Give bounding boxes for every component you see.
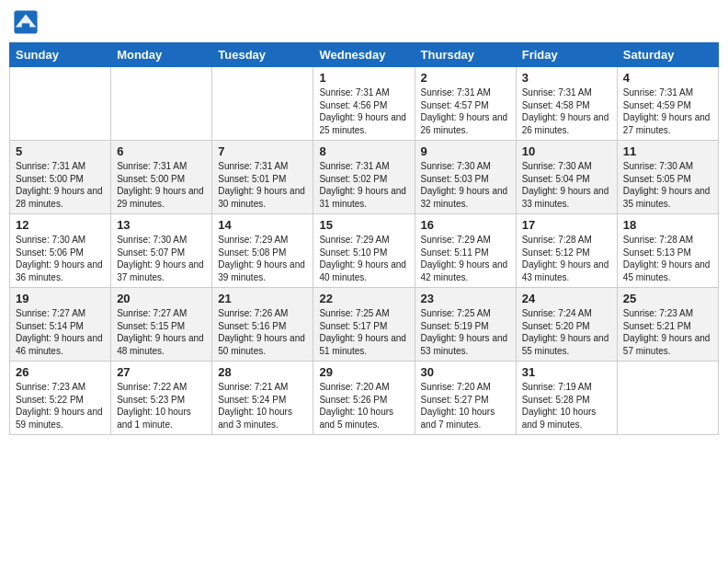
day-number: 22 [319,292,408,305]
day-info: Sunrise: 7:31 AM Sunset: 5:00 PM Dayligh… [117,160,206,210]
day-number: 12 [16,218,105,232]
calendar-cell: 28Sunrise: 7:21 AM Sunset: 5:24 PM Dayli… [212,362,313,435]
day-info: Sunrise: 7:26 AM Sunset: 5:16 PM Dayligh… [218,307,307,357]
weekday-header: Tuesday [212,43,313,67]
day-info: Sunrise: 7:20 AM Sunset: 5:27 PM Dayligh… [421,381,510,431]
logo [13,9,42,35]
day-info: Sunrise: 7:19 AM Sunset: 5:28 PM Dayligh… [522,381,611,431]
svg-rect-2 [22,23,29,29]
calendar-cell: 27Sunrise: 7:22 AM Sunset: 5:23 PM Dayli… [111,362,212,435]
calendar-cell: 17Sunrise: 7:28 AM Sunset: 5:12 PM Dayli… [516,214,617,288]
day-number: 4 [623,71,712,85]
calendar-cell: 20Sunrise: 7:27 AM Sunset: 5:15 PM Dayli… [111,288,212,362]
day-info: Sunrise: 7:22 AM Sunset: 5:23 PM Dayligh… [117,381,206,431]
day-info: Sunrise: 7:31 AM Sunset: 5:01 PM Dayligh… [218,160,307,210]
day-number: 7 [218,144,307,158]
calendar-cell: 3Sunrise: 7:31 AM Sunset: 4:58 PM Daylig… [516,67,617,141]
day-info: Sunrise: 7:23 AM Sunset: 5:22 PM Dayligh… [16,381,105,431]
calendar-cell: 4Sunrise: 7:31 AM Sunset: 4:59 PM Daylig… [617,67,718,141]
day-number: 13 [117,218,206,232]
day-number: 6 [117,144,206,158]
day-info: Sunrise: 7:30 AM Sunset: 5:06 PM Dayligh… [16,234,105,283]
calendar-cell [617,362,718,435]
calendar-cell: 26Sunrise: 7:23 AM Sunset: 5:22 PM Dayli… [10,362,111,435]
day-number: 5 [16,144,105,158]
calendar-cell [10,67,111,141]
calendar-cell: 7Sunrise: 7:31 AM Sunset: 5:01 PM Daylig… [212,141,313,214]
day-info: Sunrise: 7:31 AM Sunset: 4:58 PM Dayligh… [522,86,611,136]
day-info: Sunrise: 7:29 AM Sunset: 5:10 PM Dayligh… [319,234,408,283]
calendar-cell: 10Sunrise: 7:30 AM Sunset: 5:04 PM Dayli… [516,141,617,214]
calendar-cell: 31Sunrise: 7:19 AM Sunset: 5:28 PM Dayli… [516,362,617,435]
day-info: Sunrise: 7:21 AM Sunset: 5:24 PM Dayligh… [218,381,307,431]
calendar-body: 1Sunrise: 7:31 AM Sunset: 4:56 PM Daylig… [10,67,719,435]
calendar-cell: 9Sunrise: 7:30 AM Sunset: 5:03 PM Daylig… [415,141,516,214]
calendar-cell: 22Sunrise: 7:25 AM Sunset: 5:17 PM Dayli… [313,288,415,362]
page-header [9,9,719,35]
weekday-header: Wednesday [313,43,415,67]
calendar-week-row: 26Sunrise: 7:23 AM Sunset: 5:22 PM Dayli… [10,362,719,435]
calendar-cell: 1Sunrise: 7:31 AM Sunset: 4:56 PM Daylig… [313,67,415,141]
day-number: 25 [623,292,712,305]
calendar-week-row: 19Sunrise: 7:27 AM Sunset: 5:14 PM Dayli… [10,288,719,362]
day-number: 2 [421,71,510,85]
calendar-header: SundayMondayTuesdayWednesdayThursdayFrid… [10,43,719,67]
day-info: Sunrise: 7:23 AM Sunset: 5:21 PM Dayligh… [623,307,712,357]
calendar-cell: 23Sunrise: 7:25 AM Sunset: 5:19 PM Dayli… [415,288,516,362]
day-info: Sunrise: 7:29 AM Sunset: 5:11 PM Dayligh… [421,234,510,283]
day-number: 18 [623,218,712,232]
day-number: 20 [117,292,206,305]
day-info: Sunrise: 7:30 AM Sunset: 5:07 PM Dayligh… [117,234,206,283]
day-number: 11 [623,144,712,158]
day-number: 26 [16,365,105,379]
day-number: 19 [16,292,105,305]
calendar-cell: 21Sunrise: 7:26 AM Sunset: 5:16 PM Dayli… [212,288,313,362]
day-info: Sunrise: 7:20 AM Sunset: 5:26 PM Dayligh… [319,381,408,431]
calendar-week-row: 5Sunrise: 7:31 AM Sunset: 5:00 PM Daylig… [10,141,719,214]
day-number: 24 [522,292,611,305]
day-number: 29 [319,365,408,379]
calendar-cell: 2Sunrise: 7:31 AM Sunset: 4:57 PM Daylig… [415,67,516,141]
day-info: Sunrise: 7:31 AM Sunset: 4:56 PM Dayligh… [319,86,408,136]
calendar-cell: 8Sunrise: 7:31 AM Sunset: 5:02 PM Daylig… [313,141,415,214]
calendar-cell: 24Sunrise: 7:24 AM Sunset: 5:20 PM Dayli… [516,288,617,362]
calendar-cell: 18Sunrise: 7:28 AM Sunset: 5:13 PM Dayli… [617,214,718,288]
day-number: 10 [522,144,611,158]
day-info: Sunrise: 7:31 AM Sunset: 5:00 PM Dayligh… [16,160,105,210]
day-info: Sunrise: 7:24 AM Sunset: 5:20 PM Dayligh… [522,307,611,357]
day-number: 23 [421,292,510,305]
day-info: Sunrise: 7:30 AM Sunset: 5:05 PM Dayligh… [623,160,712,210]
day-info: Sunrise: 7:31 AM Sunset: 4:59 PM Dayligh… [623,86,712,136]
calendar-cell: 11Sunrise: 7:30 AM Sunset: 5:05 PM Dayli… [617,141,718,214]
calendar-week-row: 1Sunrise: 7:31 AM Sunset: 4:56 PM Daylig… [10,67,719,141]
day-number: 31 [522,365,611,379]
day-info: Sunrise: 7:29 AM Sunset: 5:08 PM Dayligh… [218,234,307,283]
day-number: 16 [421,218,510,232]
calendar-cell: 29Sunrise: 7:20 AM Sunset: 5:26 PM Dayli… [313,362,415,435]
weekday-row: SundayMondayTuesdayWednesdayThursdayFrid… [10,43,719,67]
day-info: Sunrise: 7:30 AM Sunset: 5:04 PM Dayligh… [522,160,611,210]
day-number: 27 [117,365,206,379]
day-number: 30 [421,365,510,379]
day-info: Sunrise: 7:31 AM Sunset: 5:02 PM Dayligh… [319,160,408,210]
calendar-table: SundayMondayTuesdayWednesdayThursdayFrid… [9,42,719,435]
day-number: 9 [421,144,510,158]
day-number: 3 [522,71,611,85]
day-info: Sunrise: 7:28 AM Sunset: 5:13 PM Dayligh… [623,234,712,283]
day-info: Sunrise: 7:27 AM Sunset: 5:15 PM Dayligh… [117,307,206,357]
weekday-header: Sunday [10,43,111,67]
calendar-cell: 19Sunrise: 7:27 AM Sunset: 5:14 PM Dayli… [10,288,111,362]
calendar-cell: 30Sunrise: 7:20 AM Sunset: 5:27 PM Dayli… [415,362,516,435]
day-info: Sunrise: 7:25 AM Sunset: 5:19 PM Dayligh… [421,307,510,357]
calendar-cell: 6Sunrise: 7:31 AM Sunset: 5:00 PM Daylig… [111,141,212,214]
day-number: 1 [319,71,408,85]
day-number: 21 [218,292,307,305]
day-number: 17 [522,218,611,232]
calendar-cell: 16Sunrise: 7:29 AM Sunset: 5:11 PM Dayli… [415,214,516,288]
calendar-cell: 25Sunrise: 7:23 AM Sunset: 5:21 PM Dayli… [617,288,718,362]
day-number: 8 [319,144,408,158]
calendar-cell [212,67,313,141]
weekday-header: Friday [516,43,617,67]
day-number: 15 [319,218,408,232]
calendar-cell: 12Sunrise: 7:30 AM Sunset: 5:06 PM Dayli… [10,214,111,288]
